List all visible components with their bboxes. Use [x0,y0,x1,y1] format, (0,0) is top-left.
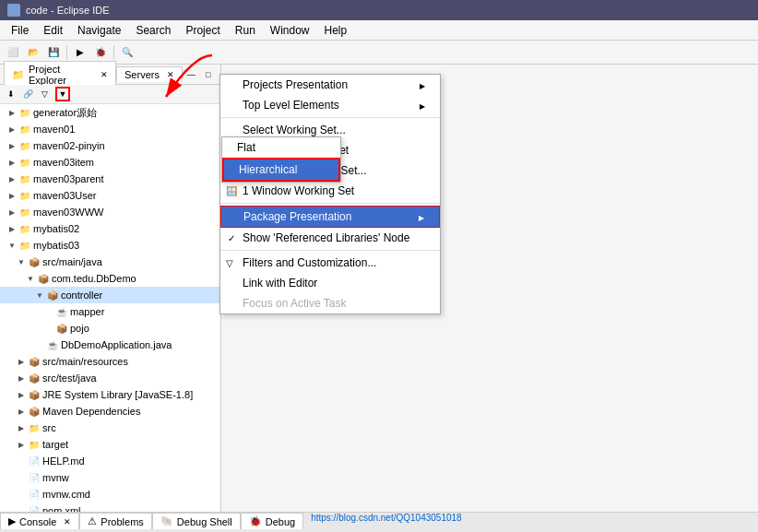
menu-show-referenced-libraries[interactable]: ✓ Show 'Referenced Libraries' Node [220,228,440,248]
tree-item-target[interactable]: ▶ 📁 target [0,436,220,453]
menu-help[interactable]: Help [317,22,355,39]
tree-item-src-test[interactable]: ▶ 📦 src/test/java [0,370,220,386]
menu-top-level-elements[interactable]: Top Level Elements [220,95,440,115]
tree-item-pom[interactable]: 📄 pom.xml [0,502,220,512]
tree-item-label: com.tedu.DbDemo [52,273,136,284]
menu-edit[interactable]: Edit [36,22,70,39]
separator-1 [220,117,440,118]
menu-package-presentation[interactable]: Package Presentation [220,206,440,228]
tree-item-src[interactable]: ▶ 📁 src [0,420,220,436]
tree-item-label: HELP.md [42,455,85,467]
package-icon: 📦 [55,322,68,335]
tab-problems[interactable]: ⚠ Problems [79,513,151,529]
toggle-icon: ▶ [7,207,17,217]
tree-item-maven03user[interactable]: ▶ 📁 maven03User [0,187,220,204]
folder-icon: 📁 [18,239,31,252]
item-label: Package Presentation [243,210,351,223]
menu-run[interactable]: Run [228,22,263,39]
separator-2 [220,203,440,204]
toggle-icon: ▶ [17,440,26,449]
close-console-icon[interactable]: ✕ [64,517,71,526]
folder-icon: 📁 [28,421,41,434]
app-title: code - Eclipse IDE [26,5,109,16]
toggle-icon [35,340,44,349]
tree-item-mvnw-cmd[interactable]: 📄 mvnw.cmd [0,486,220,502]
tree-item-mvnw[interactable]: 📄 mvnw [0,469,220,486]
submenu-flat[interactable]: Flat [222,137,340,158]
tree-item-label: mapper [70,306,104,317]
toggle-icon [17,456,26,466]
toolbar-new[interactable]: ⬜ [4,43,22,62]
toggle-icon: ▶ [7,124,17,134]
menu-filters-customization[interactable]: ▽ Filters and Customization... [220,253,440,273]
menu-navigate[interactable]: Navigate [70,22,128,39]
toolbar-open[interactable]: 📂 [24,43,42,62]
problems-icon: ⚠ [88,515,97,527]
menu-project[interactable]: Project [178,22,227,39]
tree-item-label: controller [61,290,102,301]
tree-item-maven03parent[interactable]: ▶ 📁 maven03parent [0,171,220,187]
tree-item-mybatis02[interactable]: ▶ 📁 mybatis02 [0,220,220,237]
tree-item-label: pom.xml [42,505,81,512]
folder-icon: 📁 [18,156,31,169]
filter-icon: ▽ [226,258,233,268]
tree-item-dbdemo[interactable]: ☕ DbDemoApplication.java [0,337,220,353]
filter-btn[interactable]: ▽ [37,87,52,101]
toolbar-run[interactable]: ▶ [71,43,89,62]
tree-item-help[interactable]: 📄 HELP.md [0,453,220,469]
tab-console[interactable]: ▶ Console ✕ [0,513,79,529]
tree-item-src-resources[interactable]: ▶ 📦 src/main/resources [0,353,220,370]
submenu-container: Flat Hierarchical [221,136,341,183]
view-menu-btn[interactable]: ▼ [55,87,70,101]
tree-item-maven02[interactable]: ▶ 📁 maven02-pinyin [0,137,220,154]
console-label: Console [19,516,56,527]
toggle-icon: ▼ [17,257,26,266]
tab-debug[interactable]: 🐞 Debug [241,513,303,529]
tree-item-mybatis03[interactable]: ▼ 📁 mybatis03 [0,237,220,254]
tab-debug-shell[interactable]: 🐚 Debug Shell [152,513,241,529]
folder-icon: 📁 [18,189,31,202]
link-editor-btn[interactable]: 🔗 [20,87,35,101]
toolbar-debug[interactable]: 🐞 [91,43,110,62]
tree-item-maven03www[interactable]: ▶ 📁 maven03WWW [0,204,220,220]
folder-icon: 📁 [18,222,31,235]
toggle-icon: ▶ [17,357,26,366]
menu-file[interactable]: File [4,22,36,39]
java-icon: ☕ [55,305,68,318]
menu-window[interactable]: Window [263,22,317,39]
tree-item-com-tedu[interactable]: ▼ 📦 com.tedu.DbDemo [0,270,220,287]
menu-link-with-editor[interactable]: Link with Editor [220,273,440,293]
menu-window-working-set[interactable]: 🪟 1 Window Working Set [220,181,440,201]
tree-item-maven03item[interactable]: ▶ 📁 maven03item [0,154,220,171]
tree-item-jre[interactable]: ▶ 📦 JRE System Library [JavaSE-1.8] [0,386,220,403]
toolbar-search[interactable]: 🔍 [118,43,136,62]
tree-item-label: src [42,422,56,433]
toolbar-save[interactable]: 💾 [44,43,63,62]
tree-item-maven01[interactable]: ▶ 📁 maven01 [0,121,220,137]
tab-project-explorer[interactable]: 📁 Project Explorer ✕ [4,61,116,88]
package-icon: 📦 [37,272,50,285]
collapse-all-btn[interactable]: ⬇ [4,87,18,101]
toggle-icon: ▶ [17,407,26,416]
menu-search[interactable]: Search [128,22,178,39]
menu-projects-presentation[interactable]: Projects Presentation [220,75,440,95]
tree-item-mapper[interactable]: ☕ mapper [0,303,220,320]
tree-item-controller[interactable]: ▼ 📦 controller [0,287,220,303]
tree-item-label: maven02-pinyin [33,140,105,151]
url-link[interactable]: https://blog.csdn.net/QQ1043051018 [311,513,461,523]
tree-item-label: mvnw [42,472,69,483]
toggle-icon: ▶ [7,191,17,200]
close-tab-icon[interactable]: ✕ [101,70,108,79]
file-icon: 📄 [28,455,41,467]
menu-bar: File Edit Navigate Search Project Run Wi… [0,20,758,41]
tree-item-maven-deps[interactable]: ▶ 📦 Maven Dependencies [0,403,220,420]
red-arrow-annotation [138,46,249,111]
tree-item-src-main-java[interactable]: ▼ 📦 src/main/java [0,254,220,270]
tree-item-label: pojo [70,323,89,334]
item-label: Show 'Referenced Libraries' Node [243,231,409,244]
folder-icon: 📁 [18,172,31,185]
tree-item-pojo[interactable]: 📦 pojo [0,320,220,337]
tree-item-label: src/main/resources [42,356,128,367]
toggle-icon [44,324,53,333]
submenu-hierarchical[interactable]: Hierarchical [222,158,340,182]
